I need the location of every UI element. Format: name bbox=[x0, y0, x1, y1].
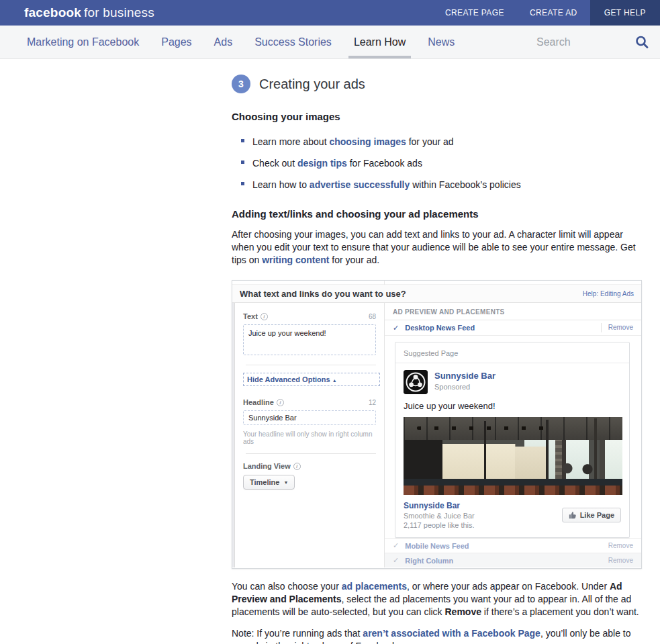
ad-text-input[interactable]: Juice up your weekend! bbox=[243, 324, 376, 355]
topbar-actions: CREATE PAGE CREATE AD GET HELP bbox=[432, 0, 660, 26]
ad-preview-panel: AD PREVIEW AND PLACEMENTS ✓ Desktop News… bbox=[385, 303, 641, 567]
caret-down-icon: ▼ bbox=[283, 480, 288, 485]
help-editing-ads-link[interactable]: Help: Editing Ads bbox=[583, 290, 634, 297]
text-char-count: 68 bbox=[369, 313, 376, 320]
advertise-successfully-link[interactable]: advertise successfully bbox=[310, 179, 410, 190]
logo-facebook: facebook bbox=[24, 5, 81, 19]
nav-item-marketing-on-facebook[interactable]: Marketing on Facebook bbox=[27, 26, 139, 58]
ad-preview-header: AD PREVIEW AND PLACEMENTS bbox=[385, 303, 641, 320]
bullet-list: Learn more about choosing images for you… bbox=[232, 136, 645, 191]
ad-preview-card: Suggested Page bbox=[395, 342, 630, 538]
nav-item-pages[interactable]: Pages bbox=[161, 26, 191, 58]
headline-note: Your headline will only show in right co… bbox=[243, 430, 376, 445]
placement-row-desktop-news-feed[interactable]: ✓ Desktop News Feed Remove bbox=[385, 320, 641, 336]
top-navbar: facebookfor business CREATE PAGE CREATE … bbox=[0, 0, 660, 26]
hide-advanced-options-toggle[interactable]: Hide Advanced Options▲ bbox=[243, 373, 380, 386]
placement-row-mobile-news-feed[interactable]: ✓ Mobile News Feed Remove bbox=[385, 538, 641, 553]
text-segment: for your ad. bbox=[329, 255, 379, 265]
bullet-item: Learn more about choosing images for you… bbox=[232, 136, 645, 148]
bullet-item: Learn how to advertise successfully with… bbox=[232, 179, 645, 191]
choosing-images-link[interactable]: choosing images bbox=[329, 136, 406, 147]
page-name-link[interactable]: Sunnyside Bar bbox=[434, 371, 496, 381]
writing-content-link[interactable]: writing content bbox=[262, 255, 329, 265]
text-segment: Note: If you’re running ads that bbox=[232, 628, 363, 639]
page-category: Smoothie & Juice Bar bbox=[404, 512, 475, 520]
divider bbox=[384, 281, 385, 285]
placement-row-right-column[interactable]: ✓ Right Column Remove bbox=[385, 553, 641, 567]
create-page-button[interactable]: CREATE PAGE bbox=[432, 0, 517, 26]
create-ad-button[interactable]: CREATE AD bbox=[517, 0, 590, 26]
ad-card-header: Sunnyside Bar Sponsored bbox=[404, 370, 621, 394]
page-avatar[interactable] bbox=[404, 370, 428, 394]
ad-placements-link[interactable]: ad placements bbox=[342, 581, 407, 592]
ad-message: Juice up your weekend! bbox=[404, 401, 621, 411]
text-segment: if there’s a placement you don’t want. bbox=[481, 606, 639, 617]
facebook-business-logo[interactable]: facebookfor business bbox=[24, 5, 154, 20]
screenshot-top-edge bbox=[232, 281, 641, 285]
text-segment: for Facebook ads bbox=[347, 158, 422, 169]
divider bbox=[246, 365, 376, 365]
headline-input[interactable] bbox=[243, 410, 376, 425]
headline-field-row: Headline i 12 bbox=[243, 398, 376, 406]
headline-char-count: 12 bbox=[369, 399, 376, 406]
caret-up-icon: ▲ bbox=[332, 378, 337, 383]
nav-item-news[interactable]: News bbox=[428, 26, 455, 58]
step-number-badge: 3 bbox=[232, 75, 250, 93]
ad-editor-screenshot: What text and links do you want to use? … bbox=[232, 280, 642, 569]
suggested-page-label: Suggested Page bbox=[404, 349, 621, 357]
text-segment: You can also choose your bbox=[232, 581, 342, 592]
section-heading-choosing-images: Choosing your images bbox=[232, 111, 645, 122]
bullet-square-icon bbox=[241, 160, 244, 164]
main-content: 3 Creating your ads Choosing your images… bbox=[232, 59, 645, 644]
footer-page-name-link[interactable]: Sunnyside Bar bbox=[404, 501, 475, 510]
text-field-row: Text i 68 bbox=[243, 312, 376, 320]
remove-mobile-link[interactable]: Remove bbox=[602, 541, 633, 551]
like-page-button[interactable]: Like Page bbox=[562, 508, 621, 522]
editor-header: What text and links do you want to use? … bbox=[232, 285, 641, 303]
landing-view-dropdown[interactable]: Timeline▼ bbox=[243, 475, 295, 490]
search-input[interactable] bbox=[536, 36, 630, 48]
bullet-item: Check out design tips for Facebook ads bbox=[232, 157, 645, 169]
nav-items: Marketing on Facebook Pages Ads Success … bbox=[27, 26, 455, 58]
text-segment: Learn how to bbox=[252, 179, 310, 190]
sponsored-label: Sponsored bbox=[434, 383, 496, 391]
editor-form-panel: Text i 68 Juice up your weekend! Hide Ad… bbox=[232, 303, 385, 567]
search-icon bbox=[634, 35, 649, 50]
ad-card-footer: Sunnyside Bar Smoothie & Juice Bar 2,117… bbox=[404, 501, 621, 529]
logo-for-business: for business bbox=[84, 5, 154, 19]
text-segment: within Facebook’s policies bbox=[410, 179, 521, 190]
nav-item-learn-how[interactable]: Learn How bbox=[354, 26, 406, 58]
search-button[interactable] bbox=[634, 34, 652, 51]
remove-desktop-link[interactable]: Remove bbox=[601, 323, 633, 332]
text-segment: Check out bbox=[252, 158, 297, 169]
design-tips-link[interactable]: design tips bbox=[297, 158, 347, 169]
intro-paragraph: After choosing your images, you can add … bbox=[232, 228, 645, 267]
triskelion-logo-icon bbox=[404, 370, 428, 394]
nav-item-success-stories[interactable]: Success Stories bbox=[254, 26, 332, 58]
text-segment: Learn more about bbox=[252, 136, 329, 147]
headline-field-label: Headline bbox=[243, 398, 274, 406]
ad-photo bbox=[404, 417, 622, 495]
step-title: Creating your ads bbox=[259, 77, 365, 92]
remove-right-column-link[interactable]: Remove bbox=[602, 556, 633, 565]
bullet-square-icon bbox=[241, 139, 244, 142]
note-paragraph: Note: If you’re running ads that aren’t … bbox=[232, 627, 645, 644]
text-field-label: Text bbox=[243, 312, 258, 320]
secondary-nav: Marketing on Facebook Pages Ads Success … bbox=[0, 26, 660, 59]
get-help-button[interactable]: GET HELP bbox=[590, 0, 660, 26]
landing-view-label: Landing View bbox=[243, 462, 291, 470]
info-icon[interactable]: i bbox=[261, 313, 268, 320]
check-icon: ✓ bbox=[393, 556, 399, 565]
ads-not-associated-link[interactable]: aren’t associated with a Facebook Page bbox=[363, 628, 540, 639]
info-icon[interactable]: i bbox=[277, 399, 284, 406]
info-icon[interactable]: i bbox=[293, 463, 301, 470]
nav-item-ads[interactable]: Ads bbox=[214, 26, 233, 58]
text-segment: Remove bbox=[445, 606, 481, 617]
page-likes-count: 2,117 people like this. bbox=[404, 521, 475, 529]
divider bbox=[395, 363, 629, 363]
divider bbox=[246, 453, 376, 454]
check-icon: ✓ bbox=[393, 324, 399, 332]
landing-view-row: Landing View i bbox=[243, 462, 376, 470]
editor-title: What text and links do you want to use? bbox=[240, 289, 406, 299]
text-segment: , or where your ads appear on Facebook. … bbox=[407, 581, 610, 592]
